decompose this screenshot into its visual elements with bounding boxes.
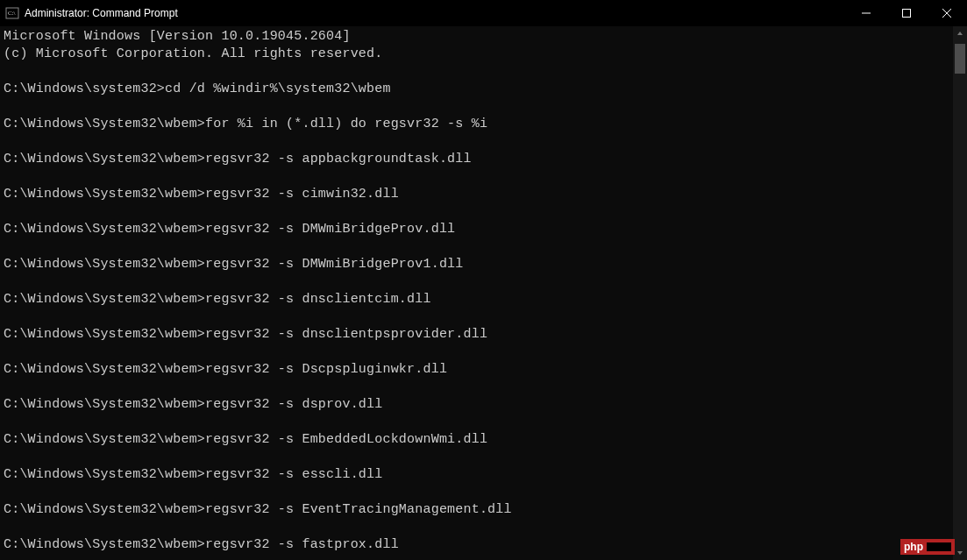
console-line [4, 449, 949, 466]
console-line [4, 273, 949, 291]
console-line: C:\Windows\System32\wbem>regsvr32 -s DMW… [4, 221, 949, 238]
console-line: C:\Windows\system32>cd /d %windir%\syste… [4, 81, 949, 98]
maximize-button[interactable] [886, 0, 927, 26]
console-area: Microsoft Windows [Version 10.0.19045.26… [0, 26, 967, 560]
console-line: C:\Windows\System32\wbem>regsvr32 -s dsp… [4, 396, 949, 414]
svg-rect-3 [903, 10, 911, 18]
scrollbar-vertical[interactable] [953, 26, 967, 560]
cmd-icon: C:\ [5, 6, 19, 20]
scrollbar-thumb[interactable] [955, 44, 965, 74]
console-line: C:\Windows\System32\wbem>regsvr32 -s Dsc… [4, 361, 949, 379]
scrollbar-up-arrow-icon[interactable] [953, 26, 967, 40]
console-line: C:\Windows\System32\wbem>regsvr32 -s Eve… [4, 501, 949, 519]
console-line: (c) Microsoft Corporation. All rights re… [4, 46, 949, 63]
titlebar-left: C:\ Administrator: Command Prompt [5, 6, 178, 20]
titlebar: C:\ Administrator: Command Prompt [0, 0, 967, 26]
watermark-label: php [904, 541, 923, 553]
console-line: C:\Windows\System32\wbem>regsvr32 -s dns… [4, 326, 949, 344]
window-controls [846, 0, 967, 25]
watermark-box-icon [927, 542, 951, 551]
minimize-button[interactable] [846, 0, 886, 26]
console-line: C:\Windows\System32\wbem>regsvr32 -s fas… [4, 536, 949, 554]
console-line [4, 63, 949, 81]
console-line: C:\Windows\System32\wbem>regsvr32 -s DMW… [4, 256, 949, 273]
console-line: C:\Windows\System32\wbem>for %i in (*.dl… [4, 116, 949, 133]
window-title: Administrator: Command Prompt [25, 7, 178, 19]
svg-marker-6 [957, 32, 963, 35]
console-line [4, 519, 949, 536]
close-button[interactable] [927, 0, 967, 26]
console-line: C:\Windows\System32\wbem>regsvr32 -s dns… [4, 291, 949, 308]
console-line [4, 414, 949, 431]
console-output[interactable]: Microsoft Windows [Version 10.0.19045.26… [0, 26, 953, 560]
watermark-badge: php [900, 539, 955, 555]
console-line [4, 203, 949, 221]
console-line: C:\Windows\System32\wbem>regsvr32 -s cim… [4, 186, 949, 203]
console-line [4, 484, 949, 501]
console-line: Microsoft Windows [Version 10.0.19045.26… [4, 28, 949, 46]
console-line [4, 168, 949, 186]
console-line [4, 308, 949, 326]
svg-text:C:\: C:\ [8, 10, 16, 17]
svg-marker-7 [957, 551, 963, 555]
console-line [4, 98, 949, 116]
console-line [4, 379, 949, 396]
console-line: C:\Windows\System32\wbem>regsvr32 -s app… [4, 151, 949, 168]
console-line: C:\Windows\System32\wbem>regsvr32 -s Emb… [4, 431, 949, 449]
console-line: C:\Windows\System32\wbem>regsvr32 -s ess… [4, 466, 949, 484]
console-line [4, 344, 949, 361]
console-line [4, 238, 949, 256]
scrollbar-down-arrow-icon[interactable] [953, 546, 967, 560]
console-line [4, 133, 949, 151]
